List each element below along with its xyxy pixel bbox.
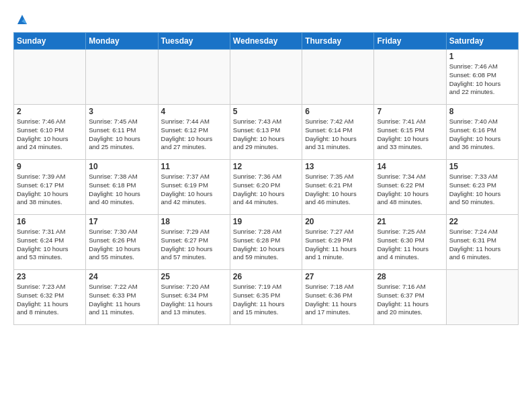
day-info: Sunrise: 7:28 AM Sunset: 6:28 PM Dayligh… <box>233 228 299 262</box>
calendar-cell: 2Sunrise: 7:46 AM Sunset: 6:10 PM Daylig… <box>14 105 86 160</box>
calendar-cell: 4Sunrise: 7:44 AM Sunset: 6:12 PM Daylig… <box>158 105 230 160</box>
calendar-cell: 28Sunrise: 7:16 AM Sunset: 6:37 PM Dayli… <box>374 270 446 325</box>
logo-icon <box>15 12 30 27</box>
calendar-cell: 3Sunrise: 7:45 AM Sunset: 6:11 PM Daylig… <box>86 105 158 160</box>
day-info: Sunrise: 7:35 AM Sunset: 6:21 PM Dayligh… <box>305 173 371 207</box>
day-number: 13 <box>305 162 371 171</box>
day-number: 21 <box>377 217 443 226</box>
logo <box>13 12 30 27</box>
calendar-cell: 10Sunrise: 7:38 AM Sunset: 6:18 PM Dayli… <box>86 160 158 215</box>
calendar-cell: 5Sunrise: 7:43 AM Sunset: 6:13 PM Daylig… <box>230 105 302 160</box>
calendar-cell <box>230 50 302 105</box>
day-info: Sunrise: 7:25 AM Sunset: 6:30 PM Dayligh… <box>377 228 443 262</box>
day-info: Sunrise: 7:40 AM Sunset: 6:16 PM Dayligh… <box>449 118 515 152</box>
day-number: 26 <box>233 272 299 281</box>
calendar-cell: 17Sunrise: 7:30 AM Sunset: 6:26 PM Dayli… <box>86 215 158 270</box>
calendar-week-4: 16Sunrise: 7:31 AM Sunset: 6:24 PM Dayli… <box>14 215 519 270</box>
calendar-cell: 19Sunrise: 7:28 AM Sunset: 6:28 PM Dayli… <box>230 215 302 270</box>
day-number: 17 <box>89 217 154 226</box>
calendar-cell: 9Sunrise: 7:39 AM Sunset: 6:17 PM Daylig… <box>14 160 86 215</box>
day-info: Sunrise: 7:46 AM Sunset: 6:08 PM Dayligh… <box>449 62 515 97</box>
day-number: 4 <box>161 107 227 116</box>
day-info: Sunrise: 7:44 AM Sunset: 6:12 PM Dayligh… <box>161 118 227 152</box>
day-info: Sunrise: 7:29 AM Sunset: 6:27 PM Dayligh… <box>161 228 227 262</box>
day-info: Sunrise: 7:23 AM Sunset: 6:32 PM Dayligh… <box>17 283 83 317</box>
calendar-cell: 22Sunrise: 7:24 AM Sunset: 6:31 PM Dayli… <box>446 215 518 270</box>
weekday-saturday: Saturday <box>446 33 518 50</box>
day-info: Sunrise: 7:43 AM Sunset: 6:13 PM Dayligh… <box>233 118 299 152</box>
day-info: Sunrise: 7:45 AM Sunset: 6:11 PM Dayligh… <box>89 118 154 152</box>
day-number: 1 <box>449 52 515 61</box>
day-number: 27 <box>305 272 371 281</box>
calendar-cell: 11Sunrise: 7:37 AM Sunset: 6:19 PM Dayli… <box>158 160 230 215</box>
day-info: Sunrise: 7:41 AM Sunset: 6:15 PM Dayligh… <box>377 118 443 152</box>
day-info: Sunrise: 7:38 AM Sunset: 6:18 PM Dayligh… <box>89 173 154 207</box>
calendar-cell <box>14 50 86 105</box>
day-number: 24 <box>89 272 154 281</box>
day-number: 12 <box>233 162 299 171</box>
day-info: Sunrise: 7:22 AM Sunset: 6:33 PM Dayligh… <box>89 283 154 317</box>
calendar-week-2: 2Sunrise: 7:46 AM Sunset: 6:10 PM Daylig… <box>14 105 519 160</box>
day-info: Sunrise: 7:20 AM Sunset: 6:34 PM Dayligh… <box>161 283 227 317</box>
header <box>13 12 519 27</box>
weekday-monday: Monday <box>86 33 158 50</box>
day-number: 7 <box>377 107 443 116</box>
day-number: 11 <box>161 162 227 171</box>
calendar-cell: 21Sunrise: 7:25 AM Sunset: 6:30 PM Dayli… <box>374 215 446 270</box>
day-info: Sunrise: 7:31 AM Sunset: 6:24 PM Dayligh… <box>17 228 83 262</box>
day-number: 22 <box>449 217 515 226</box>
day-number: 18 <box>161 217 227 226</box>
calendar-table: SundayMondayTuesdayWednesdayThursdayFrid… <box>13 32 519 325</box>
calendar-cell: 27Sunrise: 7:18 AM Sunset: 6:36 PM Dayli… <box>302 270 374 325</box>
calendar-cell: 8Sunrise: 7:40 AM Sunset: 6:16 PM Daylig… <box>446 105 518 160</box>
day-info: Sunrise: 7:24 AM Sunset: 6:31 PM Dayligh… <box>449 228 515 262</box>
day-info: Sunrise: 7:18 AM Sunset: 6:36 PM Dayligh… <box>305 283 371 317</box>
day-info: Sunrise: 7:42 AM Sunset: 6:14 PM Dayligh… <box>305 118 371 152</box>
day-number: 6 <box>305 107 371 116</box>
calendar-cell: 20Sunrise: 7:27 AM Sunset: 6:29 PM Dayli… <box>302 215 374 270</box>
day-number: 8 <box>449 107 515 116</box>
calendar-cell <box>158 50 230 105</box>
calendar-cell: 1Sunrise: 7:46 AM Sunset: 6:08 PM Daylig… <box>446 50 518 105</box>
page: SundayMondayTuesdayWednesdayThursdayFrid… <box>0 0 532 411</box>
calendar-cell: 7Sunrise: 7:41 AM Sunset: 6:15 PM Daylig… <box>374 105 446 160</box>
day-number: 5 <box>233 107 299 116</box>
day-number: 23 <box>17 272 83 281</box>
calendar-cell <box>446 270 518 325</box>
calendar-cell: 23Sunrise: 7:23 AM Sunset: 6:32 PM Dayli… <box>14 270 86 325</box>
calendar-week-3: 9Sunrise: 7:39 AM Sunset: 6:17 PM Daylig… <box>14 160 519 215</box>
day-number: 20 <box>305 217 371 226</box>
day-info: Sunrise: 7:30 AM Sunset: 6:26 PM Dayligh… <box>89 228 154 262</box>
day-info: Sunrise: 7:39 AM Sunset: 6:17 PM Dayligh… <box>17 173 83 207</box>
calendar-week-1: 1Sunrise: 7:46 AM Sunset: 6:08 PM Daylig… <box>14 50 519 105</box>
calendar-cell: 26Sunrise: 7:19 AM Sunset: 6:35 PM Dayli… <box>230 270 302 325</box>
day-info: Sunrise: 7:37 AM Sunset: 6:19 PM Dayligh… <box>161 173 227 207</box>
calendar-cell: 25Sunrise: 7:20 AM Sunset: 6:34 PM Dayli… <box>158 270 230 325</box>
calendar-cell: 14Sunrise: 7:34 AM Sunset: 6:22 PM Dayli… <box>374 160 446 215</box>
day-info: Sunrise: 7:36 AM Sunset: 6:20 PM Dayligh… <box>233 173 299 207</box>
calendar-cell: 24Sunrise: 7:22 AM Sunset: 6:33 PM Dayli… <box>86 270 158 325</box>
day-number: 28 <box>377 272 443 281</box>
calendar-cell: 15Sunrise: 7:33 AM Sunset: 6:23 PM Dayli… <box>446 160 518 215</box>
weekday-thursday: Thursday <box>302 33 374 50</box>
day-info: Sunrise: 7:34 AM Sunset: 6:22 PM Dayligh… <box>377 173 443 207</box>
day-info: Sunrise: 7:46 AM Sunset: 6:10 PM Dayligh… <box>17 118 83 152</box>
weekday-tuesday: Tuesday <box>158 33 230 50</box>
calendar-cell: 12Sunrise: 7:36 AM Sunset: 6:20 PM Dayli… <box>230 160 302 215</box>
day-number: 10 <box>89 162 154 171</box>
day-number: 14 <box>377 162 443 171</box>
calendar-cell <box>302 50 374 105</box>
day-number: 15 <box>449 162 515 171</box>
day-number: 16 <box>17 217 83 226</box>
day-number: 19 <box>233 217 299 226</box>
day-info: Sunrise: 7:27 AM Sunset: 6:29 PM Dayligh… <box>305 228 371 262</box>
day-info: Sunrise: 7:33 AM Sunset: 6:23 PM Dayligh… <box>449 173 515 207</box>
day-number: 2 <box>17 107 83 116</box>
day-number: 25 <box>161 272 227 281</box>
calendar-cell <box>86 50 158 105</box>
weekday-sunday: Sunday <box>14 33 86 50</box>
calendar-cell: 6Sunrise: 7:42 AM Sunset: 6:14 PM Daylig… <box>302 105 374 160</box>
weekday-header-row: SundayMondayTuesdayWednesdayThursdayFrid… <box>14 33 519 50</box>
day-info: Sunrise: 7:16 AM Sunset: 6:37 PM Dayligh… <box>377 283 443 317</box>
weekday-wednesday: Wednesday <box>230 33 302 50</box>
